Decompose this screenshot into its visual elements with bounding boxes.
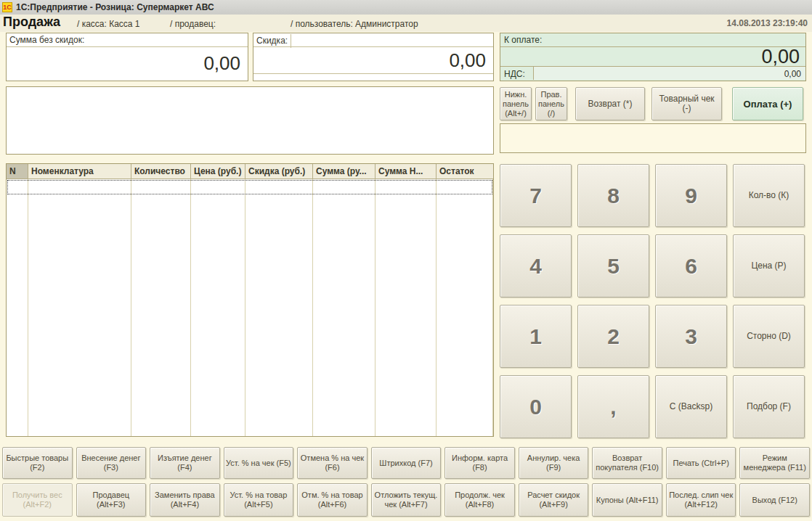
discount-box: Скидка: 0,00 [253, 33, 494, 81]
numpad-3-key[interactable]: 3 [655, 305, 727, 368]
numpad-1-key[interactable]: 1 [500, 305, 572, 368]
body-column-quantity [131, 179, 191, 436]
sum-no-discount-label: Сумма без скидок: [7, 33, 248, 47]
seller-button[interactable]: Продавец (Alt+F3) [76, 483, 147, 517]
body-column-price [191, 179, 245, 436]
column-header-sum-vat: Сумма Н... [375, 164, 437, 179]
column-header-sum: Сумма (ру... [313, 164, 375, 179]
1c-logo-icon: 1С [2, 2, 12, 12]
customer-return-button[interactable]: Возврат покупателя (F10) [592, 447, 662, 479]
coupons-button[interactable]: Купоны (Alt+F11) [592, 483, 662, 517]
column-header-quantity: Количество [131, 164, 191, 179]
quantity-key[interactable]: Кол-во (К) [733, 164, 805, 227]
titlebar: 1С 1С:Предприятие - Розница: Супермаркет… [0, 0, 812, 15]
comma-key[interactable]: , [577, 375, 649, 438]
numpad-4-key[interactable]: 4 [500, 234, 572, 298]
last-slip-button[interactable]: Послед. слип чек (Alt+F12) [666, 483, 736, 517]
cash-out-button[interactable]: Изъятие денег (F4) [150, 447, 220, 479]
calc-discounts-button[interactable]: Расчет скидок (Alt+F9) [519, 483, 589, 517]
numpad-9-key[interactable]: 9 [655, 164, 727, 227]
column-header-nomenclature: Номенклатура [28, 164, 131, 179]
to-pay-value: 0,00 [500, 47, 805, 66]
quick-goods-button[interactable]: Быстрые товары (F2) [2, 447, 73, 479]
body-column-sum [313, 179, 375, 436]
discount-label-row: Скидка: [253, 33, 493, 47]
selected-empty-row[interactable] [7, 180, 492, 194]
column-header-discount: Скидка (руб.) [245, 164, 313, 179]
table-body[interactable] [7, 179, 493, 436]
numpad-8-key[interactable]: 8 [577, 164, 649, 227]
header-band: Продажа / касса: Касса 1 / продавец: / п… [0, 15, 812, 32]
vat-label: НДС: [500, 67, 534, 80]
sales-receipt-button[interactable]: Товарный чек (-) [651, 87, 722, 120]
clear-backspace-key[interactable]: С (Backsp) [655, 375, 727, 438]
return-button[interactable]: Возврат (*) [575, 87, 645, 120]
print-button[interactable]: Печать (Ctrl+P) [666, 447, 736, 479]
receipt-items-table[interactable]: N Номенклатура Количество Цена (руб.) Ск… [6, 163, 494, 437]
cancel-check-discount-button[interactable]: Отмена % на чек (F6) [297, 447, 368, 479]
register-label: / касса: Касса 1 [77, 19, 140, 29]
change-rights-button[interactable]: Заменить права (Alt+F4) [150, 483, 220, 517]
set-check-discount-button[interactable]: Уст. % на чек (F5) [224, 447, 294, 479]
sum-no-discount-box: Сумма без скидок: 0,00 [6, 33, 248, 81]
price-key[interactable]: Цена (Р) [733, 234, 805, 298]
sum-no-discount-value: 0,00 [7, 47, 248, 75]
seller-label: / продавец: [170, 19, 216, 29]
manager-mode-button[interactable]: Режим менеджера (F11) [739, 447, 810, 479]
barcode-button[interactable]: Штрихкод (F7) [371, 447, 442, 479]
vat-value: 0,00 [534, 67, 805, 80]
table-header-row: N Номенклатура Количество Цена (руб.) Ск… [7, 164, 493, 179]
numpad-7-key[interactable]: 7 [500, 164, 572, 227]
user-label: / пользователь: Администратор [291, 19, 418, 29]
body-column-sum-vat [375, 179, 437, 436]
exit-button[interactable]: Выход (F12) [739, 483, 810, 517]
continue-receipt-button[interactable]: Продолж. чек (Alt+F8) [444, 483, 515, 517]
numpad-0-key[interactable]: 0 [500, 375, 572, 438]
body-column-nomenclature [28, 179, 131, 436]
numpad: 7 8 9 Кол-во (К) 4 5 6 Цена (Р) 1 2 3 Ст… [500, 164, 805, 438]
message-display-panel [6, 86, 494, 155]
column-header-n: N [7, 164, 28, 179]
hold-receipt-button[interactable]: Отложить текущ. чек (Alt+F7) [371, 483, 442, 517]
entry-display[interactable] [500, 123, 806, 153]
discount-value: 0,00 [253, 47, 493, 72]
set-item-discount-button[interactable]: Уст. % на товар (Alt+F5) [224, 483, 294, 517]
numpad-6-key[interactable]: 6 [655, 234, 727, 298]
body-column-discount [245, 179, 313, 436]
to-pay-panel: К оплате: 0,00 НДС: 0,00 [500, 33, 806, 81]
function-row-2: Получить вес (Alt+F2) Продавец (Alt+F3) … [2, 483, 810, 517]
body-column-stock [437, 179, 493, 436]
function-row-1: Быстрые товары (F2) Внесение денег (F3) … [2, 447, 810, 479]
column-header-stock: Остаток [437, 164, 493, 179]
vat-row: НДС: 0,00 [500, 66, 805, 80]
column-header-price: Цена (руб.) [191, 164, 245, 179]
right-panel-button[interactable]: Прав. панель (/) [535, 87, 567, 120]
discount-label: Скидка: [253, 34, 291, 48]
numpad-2-key[interactable]: 2 [577, 305, 649, 368]
void-receipt-button[interactable]: Аннулир. чека (F9) [519, 447, 589, 479]
info-card-button[interactable]: Информ. карта (F8) [444, 447, 515, 479]
cash-in-button[interactable]: Внесение денег (F3) [76, 447, 147, 479]
get-weight-button: Получить вес (Alt+F2) [2, 483, 73, 517]
page-title: Продажа [3, 15, 60, 30]
pos-window: 1С 1С:Предприятие - Розница: Супермаркет… [0, 0, 812, 521]
payment-button[interactable]: Оплата (+) [732, 87, 803, 120]
to-pay-label: К оплате: [500, 33, 805, 47]
numpad-5-key[interactable]: 5 [577, 234, 649, 298]
datetime-label: 14.08.2013 23:19:40 [727, 18, 808, 28]
storno-key[interactable]: Сторно (D) [733, 305, 805, 368]
body-column-n [7, 179, 28, 436]
bottom-panel-button[interactable]: Нижн. панель (Alt+/) [500, 87, 532, 120]
window-title: 1С:Предприятие - Розница: Супермаркет АВ… [16, 2, 214, 12]
discount-footer-strip [253, 73, 493, 83]
item-select-key[interactable]: Подбор (F) [733, 375, 805, 438]
cancel-item-discount-button[interactable]: Отм. % на товар (Alt+F6) [297, 483, 368, 517]
